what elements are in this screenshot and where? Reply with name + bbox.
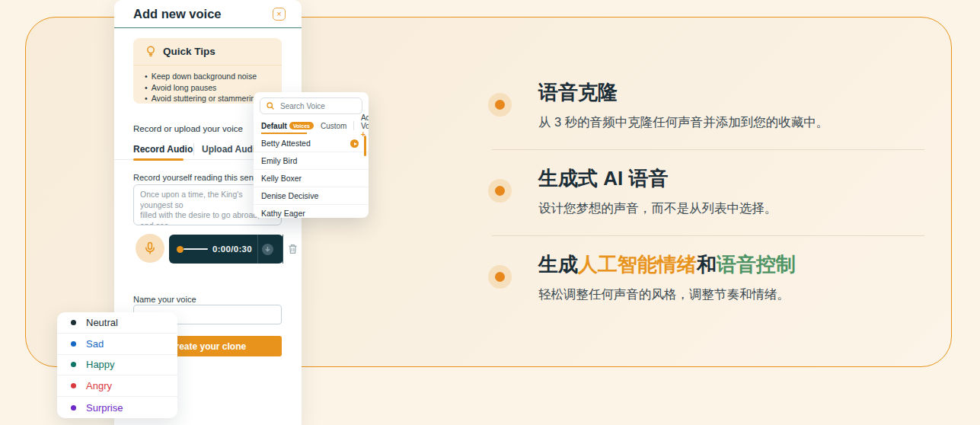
add-voice-label: Add Voice xyxy=(361,113,369,130)
voice-search-box xyxy=(260,97,362,114)
feature-description: 从 3 秒的音频中克隆任何声音并添加到您的收藏中。 xyxy=(538,113,929,130)
emotion-dot-icon xyxy=(71,341,76,347)
voices-badge: Voices xyxy=(289,122,314,129)
emotion-label: Sad xyxy=(86,338,104,350)
feature-generative-ai-voice: 生成式 AI 语音 设计您梦想的声音，而不是从列表中选择。 xyxy=(487,165,929,216)
close-icon[interactable]: × xyxy=(273,8,286,21)
feature-title-text: 和 xyxy=(697,253,717,276)
microphone-button[interactable] xyxy=(136,234,164,263)
feature-divider xyxy=(492,149,924,150)
feature-title-text: 语音控制 xyxy=(717,253,796,276)
voice-list-item[interactable]: Kelly Boxer xyxy=(254,170,369,187)
voice-list-item[interactable]: Emily Bird xyxy=(254,152,369,170)
audio-player: 0:00/0:30 xyxy=(169,235,283,264)
progress-bar[interactable] xyxy=(184,248,208,250)
play-voice-icon[interactable] xyxy=(350,139,359,148)
dropdown-scrollbar[interactable] xyxy=(364,136,366,156)
active-tab-underline xyxy=(133,158,184,161)
emotion-label: Surprise xyxy=(86,402,123,414)
feature-bullet-dot-icon xyxy=(495,100,505,110)
feature-bullet-dot-icon xyxy=(495,186,505,196)
record-or-upload-label: Record or upload your voice xyxy=(133,124,243,133)
record-prompt-label: Record yourself reading this sentence xyxy=(133,173,274,182)
quick-tips-divider xyxy=(133,65,282,66)
feature-emotion-control: 生成人工智能情绪和语音控制 轻松调整任何声音的风格，调整节奏和情绪。 xyxy=(487,251,929,302)
active-tab-underline xyxy=(261,133,307,134)
voice-name: Kathy Eager xyxy=(261,209,305,218)
emotion-dot-icon xyxy=(71,320,76,325)
feature-title-text: 生成 xyxy=(538,253,578,276)
emotion-label: Angry xyxy=(86,380,112,391)
name-voice-label: Name your voice xyxy=(133,295,196,304)
tab-separator xyxy=(193,143,194,155)
voice-dropdown-panel: Default Voices Custom Add Voice + Betty … xyxy=(254,92,369,218)
voice-list-item[interactable]: Betty Attested xyxy=(254,135,369,152)
tab-record-audio[interactable]: Record Audio xyxy=(133,144,193,155)
voice-name: Denise Decisive xyxy=(261,191,318,200)
voice-list: Betty Attested Emily Bird Kelly Boxer De… xyxy=(254,135,369,218)
feature-bullet-icon xyxy=(488,179,512,203)
tab-upload-audio[interactable]: Upload Audio xyxy=(202,144,261,155)
feature-bullet-dot-icon xyxy=(495,272,505,282)
emotion-item-sad[interactable]: Sad xyxy=(57,334,177,355)
progress-handle[interactable] xyxy=(177,246,184,253)
feature-title-text: 语音克隆 xyxy=(538,81,618,104)
download-icon xyxy=(262,244,273,255)
feature-divider xyxy=(492,235,924,236)
feature-title-text: 人工智能情绪 xyxy=(578,253,697,276)
emotion-dot-icon xyxy=(71,383,76,388)
voice-name: Betty Attested xyxy=(261,139,311,148)
search-icon xyxy=(267,102,274,110)
emotion-item-angry[interactable]: Angry xyxy=(57,375,177,397)
delete-recording-button[interactable] xyxy=(283,244,302,254)
trash-icon xyxy=(288,244,298,254)
feature-voice-cloning: 语音克隆 从 3 秒的音频中克隆任何声音并添加到您的收藏中。 xyxy=(487,79,929,130)
feature-title: 语音克隆 xyxy=(538,79,929,105)
lightbulb-icon xyxy=(145,45,157,57)
emotion-label: Happy xyxy=(86,359,115,370)
tab-default-voices[interactable]: Default xyxy=(261,122,287,130)
voice-name: Emily Bird xyxy=(261,156,297,165)
tab-custom-voices[interactable]: Custom xyxy=(321,122,346,130)
feature-title: 生成式 AI 语音 xyxy=(538,165,929,191)
voice-search-input[interactable] xyxy=(279,101,355,111)
quick-tip-item: Keep down background noise xyxy=(145,71,260,82)
voice-dropdown-tabs: Default Voices Custom Add Voice + xyxy=(261,120,369,132)
emotion-menu: Neutral Sad Happy Angry Surprise xyxy=(57,312,177,418)
emotion-dot-icon xyxy=(71,405,76,411)
emotion-item-surprise[interactable]: Surprise xyxy=(57,397,177,418)
quick-tip-item: Avoid long pauses xyxy=(145,82,260,94)
feature-title-text: 生成式 AI 语音 xyxy=(538,167,668,190)
voice-list-item[interactable]: Kathy Eager xyxy=(254,205,369,218)
feature-description: 轻松调整任何声音的风格，调整节奏和情绪。 xyxy=(538,286,929,302)
microphone-icon xyxy=(143,241,157,255)
feature-bullet-icon xyxy=(488,265,512,289)
emotion-dot-icon xyxy=(71,362,76,367)
feature-bullet-icon xyxy=(488,93,512,117)
page: 语音克隆 从 3 秒的音频中克隆任何声音并添加到您的收藏中。 生成式 AI 语音… xyxy=(0,0,980,425)
quick-tip-item: Avoid stuttering or stammering xyxy=(145,93,260,104)
player-time: 0:00/0:30 xyxy=(212,244,252,254)
feature-title: 生成人工智能情绪和语音控制 xyxy=(538,251,929,277)
modal-header: Add new voice × xyxy=(114,0,302,28)
feature-description: 设计您梦想的声音，而不是从列表中选择。 xyxy=(538,200,929,216)
download-button[interactable] xyxy=(258,244,277,255)
voice-list-item[interactable]: Denise Decisive xyxy=(254,187,369,205)
quick-tips-title: Quick Tips xyxy=(163,46,215,57)
modal-title: Add new voice xyxy=(133,7,222,21)
emotion-item-happy[interactable]: Happy xyxy=(57,355,177,376)
emotion-label: Neutral xyxy=(86,317,118,328)
quick-tips-list: Keep down background noise Avoid long pa… xyxy=(145,71,260,104)
voice-name: Kelly Boxer xyxy=(261,174,302,183)
emotion-item-neutral[interactable]: Neutral xyxy=(57,312,177,334)
